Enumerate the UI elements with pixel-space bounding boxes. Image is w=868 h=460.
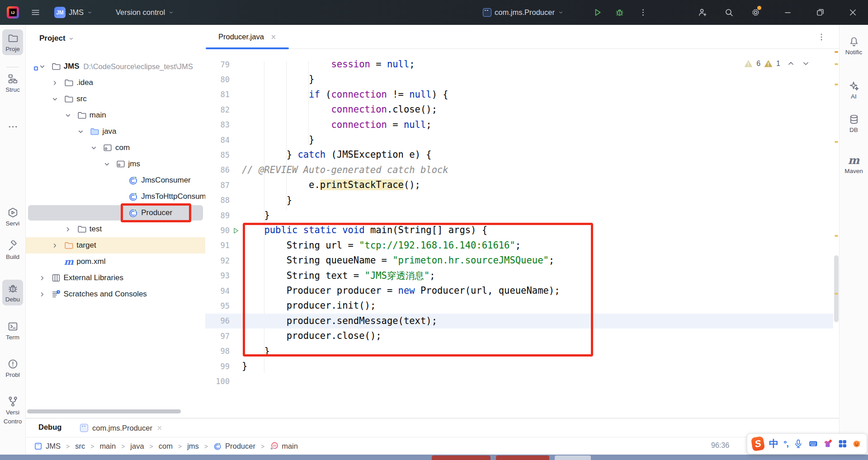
error-stripe-mark[interactable] — [835, 293, 838, 295]
line-number[interactable]: 100 — [205, 377, 230, 386]
line-number[interactable]: 91 — [205, 241, 230, 250]
line-number[interactable]: 79 — [205, 60, 230, 69]
code-line-83[interactable]: 83 connection = null; — [205, 117, 833, 132]
vcs-widget[interactable]: Version control — [116, 0, 174, 25]
breadcrumb-item-main[interactable]: mmain — [270, 442, 298, 451]
breadcrumb-item-jms[interactable]: JMS — [34, 442, 61, 451]
line-number[interactable]: 97 — [205, 332, 230, 341]
sidebar-item-version-control[interactable]: VersiContro — [0, 396, 25, 425]
sogou-logo-icon[interactable]: S — [751, 436, 765, 451]
ime-keyboard-icon[interactable] — [808, 438, 818, 449]
line-number[interactable]: 84 — [205, 136, 230, 145]
line-number[interactable]: 80 — [205, 75, 230, 84]
error-stripe-mark[interactable] — [835, 141, 838, 143]
tree-item-jmsconsumer[interactable]: JmsConsumer — [26, 172, 205, 188]
line-number[interactable]: 83 — [205, 120, 230, 129]
sidebar-item-debug[interactable]: Debu — [0, 283, 25, 303]
sidebar-item-structure[interactable]: Struc — [0, 73, 25, 94]
chevron-down-icon[interactable] — [90, 144, 103, 151]
sidebar-item-project[interactable]: Proje — [0, 33, 25, 53]
code-line-89[interactable]: 89 } — [205, 208, 833, 223]
breadcrumb-item-producer[interactable]: Producer — [213, 442, 255, 451]
tree-item-jms[interactable]: JMSD:\CodeSource\eclipse_test\JMS — [26, 58, 205, 75]
sidebar-item-ai-assistant[interactable]: AI — [840, 80, 868, 100]
line-number[interactable]: 86 — [205, 165, 230, 174]
debug-button[interactable] — [611, 0, 627, 25]
more-actions-kebab[interactable] — [635, 0, 651, 25]
tab-close-icon[interactable] — [270, 34, 277, 40]
line-number[interactable]: 96 — [205, 316, 230, 325]
main-menu-burger-icon[interactable] — [27, 0, 43, 25]
chevron-right-icon[interactable] — [52, 79, 64, 86]
tree-item-main[interactable]: main — [26, 107, 205, 123]
error-stripe-mark[interactable] — [835, 63, 838, 65]
sidebar-item-problems[interactable]: Probl — [0, 358, 25, 379]
project-widget[interactable]: JM JMS — [54, 0, 93, 25]
sidebar-item-database[interactable]: DB — [840, 114, 868, 133]
code-line-86[interactable]: 86// @REVIEW Auto-generated catch block — [205, 163, 833, 178]
code-line-81[interactable]: 81 if (connection != null) { — [205, 87, 833, 102]
ime-grid-icon[interactable] — [838, 438, 848, 449]
line-number[interactable]: 87 — [205, 181, 230, 190]
chevron-right-icon[interactable] — [52, 242, 64, 249]
taskbar-app-sliver[interactable] — [555, 455, 591, 460]
code-line-82[interactable]: 82 connection.close(); — [205, 102, 833, 117]
ime-punctuation-toggle[interactable]: °, — [783, 439, 788, 449]
tree-item-com[interactable]: com — [26, 140, 205, 156]
line-number[interactable]: 81 — [205, 90, 230, 99]
code-line-88[interactable]: 88 } — [205, 193, 833, 208]
code-line-79[interactable]: 79 session = null; — [205, 57, 833, 72]
line-number[interactable]: 89 — [205, 211, 230, 220]
ime-language-toggle[interactable]: 中 — [769, 437, 778, 450]
line-number[interactable]: 93 — [205, 271, 230, 280]
chevron-right-icon[interactable] — [39, 291, 51, 298]
sidebar-item-notifications[interactable]: Notific — [840, 36, 868, 56]
line-number[interactable]: 90 — [205, 226, 230, 235]
line-number[interactable]: 99 — [205, 362, 230, 371]
run-gutter-icon[interactable] — [230, 226, 242, 235]
code-line-85[interactable]: 85 } catch (JMSException e) { — [205, 147, 833, 162]
window-restore-button[interactable] — [812, 0, 828, 25]
breadcrumb-item-main[interactable]: main — [99, 442, 116, 451]
windows-taskbar-edge[interactable] — [0, 455, 868, 460]
sidebar-item-services[interactable]: Servi — [0, 207, 25, 227]
tree-item-scratches-and-consoles[interactable]: Scratches and Consoles — [26, 286, 205, 302]
chevron-right-icon[interactable] — [65, 225, 77, 233]
line-number[interactable]: 88 — [205, 196, 230, 205]
editor-vertical-scrollbar[interactable] — [834, 255, 839, 322]
line-number[interactable]: 94 — [205, 286, 230, 296]
debug-session-tab[interactable]: com.jms.Producer — [80, 418, 163, 437]
tree-item-jms[interactable]: jms — [26, 156, 205, 172]
chevron-down-icon[interactable] — [65, 112, 77, 119]
ime-emoji-icon[interactable] — [852, 438, 862, 449]
run-button[interactable] — [589, 0, 605, 25]
sidebar-item-maven[interactable]: mMaven — [840, 155, 868, 174]
tree-item-java[interactable]: java — [26, 123, 205, 140]
window-close-button[interactable] — [844, 0, 861, 25]
chevron-right-icon[interactable] — [39, 274, 51, 282]
code-line-87[interactable]: 87 e.printStackTrace(); — [205, 178, 833, 192]
sidebar-item-build[interactable]: Build — [0, 240, 25, 261]
chevron-down-icon[interactable] — [52, 95, 64, 103]
tab-producer-java[interactable]: Producer.java — [206, 25, 285, 49]
code-line-99[interactable]: 99} — [205, 359, 833, 374]
tree-item-pom-xml[interactable]: mpom.xml — [26, 253, 205, 270]
tree-item-src[interactable]: src — [26, 91, 205, 107]
breadcrumb-item-jms[interactable]: jms — [187, 442, 199, 451]
ime-skin-icon[interactable] — [823, 438, 833, 449]
project-horizontal-scrollbar[interactable] — [27, 409, 181, 413]
line-number[interactable]: 92 — [205, 256, 230, 265]
project-panel-header[interactable]: Project — [39, 34, 74, 43]
breadcrumb-item-com[interactable]: com — [159, 442, 173, 451]
chevron-down-icon[interactable] — [39, 63, 51, 70]
sidebar-item-more[interactable] — [0, 121, 25, 132]
taskbar-app-sliver[interactable] — [496, 455, 549, 460]
tree-item-jmstohttpconsumer[interactable]: JmsToHttpConsumer — [26, 188, 205, 205]
line-number[interactable]: 95 — [205, 301, 230, 310]
settings-button[interactable] — [747, 0, 764, 25]
tree-item-test[interactable]: test — [26, 221, 205, 237]
tree-item--idea[interactable]: .idea — [26, 75, 205, 91]
chevron-down-icon[interactable] — [104, 160, 116, 168]
tab-close-icon[interactable] — [156, 425, 163, 431]
editor-options-kebab[interactable] — [816, 32, 826, 42]
